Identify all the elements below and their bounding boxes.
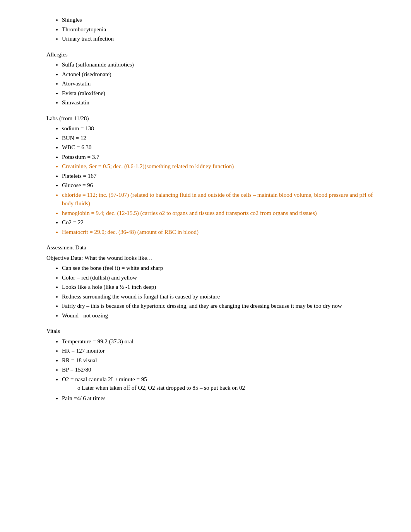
list-item: sodium = 138 xyxy=(62,124,380,133)
vitals-section: Vitals Temperature = 99.2 (37.3) oral HR… xyxy=(46,327,380,402)
list-item: Platelets = 167 xyxy=(62,172,380,181)
assessment-subtitle: Objective Data: What the wound looks lik… xyxy=(46,254,380,263)
vitals-o2-text: O2 = nasal cannula 2L / minute = 95 xyxy=(62,376,147,382)
list-item: Co2 = 22 xyxy=(62,218,380,227)
list-item: HR = 127 monitor xyxy=(62,346,380,355)
assessment-list: Can see the bone (feel it) = white and s… xyxy=(46,264,380,320)
allergies-title: Allergies xyxy=(46,50,380,59)
assessment-section: Assessment Data Objective Data: What the… xyxy=(46,243,380,320)
list-item: Pain =4/ 6 at times xyxy=(62,394,380,403)
list-item: O2 = nasal cannula 2L / minute = 95 Late… xyxy=(62,375,380,392)
list-item: Sulfa (sulfonamide antibiotics) xyxy=(62,60,380,69)
list-item: Potassium = 3.7 xyxy=(62,153,380,162)
list-item: Thrombocytopenia xyxy=(62,25,380,34)
initial-list: Shingles Thrombocytopenia Urinary tract … xyxy=(46,15,380,43)
vitals-list: Temperature = 99.2 (37.3) oral HR = 127 … xyxy=(46,337,380,403)
list-sub-item: Later when taken off of O2, O2 stat drop… xyxy=(77,384,380,392)
list-item: Redness surrounding the wound is fungal … xyxy=(62,292,380,301)
list-item-highlighted: chloride = 112; inc. (97-107) (related t… xyxy=(62,191,380,208)
list-item: Wound =not oozing xyxy=(62,311,380,320)
list-item: Simvastatin xyxy=(62,98,380,107)
list-item: Urinary tract infection xyxy=(62,34,380,43)
list-item: Atorvastatin xyxy=(62,79,380,88)
list-item: WBC = 6.30 xyxy=(62,143,380,152)
list-item: Evista (raloxifene) xyxy=(62,89,380,98)
vitals-title: Vitals xyxy=(46,327,380,336)
list-item-highlighted: Creatinine, Ser = 0.5; dec. (0.6-1.2)(so… xyxy=(62,162,380,171)
list-item: Looks like a hole (like a ½ -1 inch deep… xyxy=(62,283,380,292)
assessment-title: Assessment Data xyxy=(46,243,380,252)
list-item: RR = 18 visual xyxy=(62,356,380,365)
allergies-section: Allergies Sulfa (sulfonamide antibiotics… xyxy=(46,50,380,107)
list-item: BUN = 12 xyxy=(62,134,380,143)
initial-list-section: Shingles Thrombocytopenia Urinary tract … xyxy=(46,15,380,43)
list-item: Temperature = 99.2 (37.3) oral xyxy=(62,337,380,346)
vitals-o2-sublist: Later when taken off of O2, O2 stat drop… xyxy=(62,384,380,392)
list-item: Actonel (risedronate) xyxy=(62,70,380,79)
labs-section: Labs (from 11/28) sodium = 138 BUN = 12 … xyxy=(46,114,380,237)
list-item: Color = red (dullish) and yellow xyxy=(62,273,380,282)
list-item: Can see the bone (feel it) = white and s… xyxy=(62,264,380,273)
labs-title: Labs (from 11/28) xyxy=(46,114,380,123)
list-item-highlighted: Hematocrit = 29.0; dec. (36-48) (amount … xyxy=(62,228,380,237)
labs-list: sodium = 138 BUN = 12 WBC = 6.30 Potassi… xyxy=(46,124,380,236)
list-item-highlighted: hemoglobin = 9.4; dec. (12-15.5) (carrie… xyxy=(62,209,380,218)
list-item: Fairly dry – this is because of the hype… xyxy=(62,302,380,310)
list-item: BP = 152/80 xyxy=(62,365,380,374)
allergies-list: Sulfa (sulfonamide antibiotics) Actonel … xyxy=(46,60,380,107)
list-item: Glucose = 96 xyxy=(62,181,380,190)
list-item: Shingles xyxy=(62,15,380,24)
